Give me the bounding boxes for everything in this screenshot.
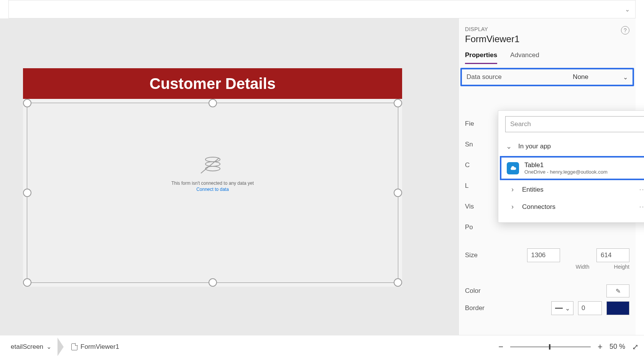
section-entities[interactable]: › Entities ··· — [498, 181, 644, 198]
property-labels-column: Fie Sn C L Vis Po — [465, 113, 498, 238]
in-your-app-label: In your app — [518, 143, 551, 150]
form-viewer-selection[interactable]: This form isn't connected to any data ye… — [27, 103, 398, 283]
fields-label-partial: Fie — [465, 113, 498, 134]
status-bar: etailScreen ⌄ FormViewer1 − + 50 % ⤢ — [0, 335, 644, 358]
zoom-in-button[interactable]: + — [598, 342, 603, 352]
zoom-slider[interactable] — [510, 347, 591, 347]
resize-handle-br[interactable] — [394, 278, 402, 287]
form-header: Customer Details — [23, 68, 402, 99]
tab-properties[interactable]: Properties — [465, 51, 497, 64]
more-icon[interactable]: ··· — [639, 186, 644, 194]
screen-preview[interactable]: Customer Details This form isn't connect… — [23, 68, 402, 287]
chevron-down-icon[interactable]: ⌄ — [625, 6, 630, 13]
datasource-row[interactable]: Data source None ⌄ — [460, 68, 634, 86]
chevron-down-icon: ⌄ — [505, 142, 512, 151]
entities-label: Entities — [522, 186, 544, 194]
chevron-down-icon: ⌄ — [623, 74, 628, 81]
panel-tabs: Properties Advanced — [459, 46, 636, 64]
l-label-partial: L — [465, 176, 498, 196]
resize-handle-bl[interactable] — [23, 278, 31, 287]
height-sublabel: Height — [614, 264, 629, 270]
resize-handle-bm[interactable] — [209, 278, 217, 287]
resize-handle-tr[interactable] — [394, 99, 402, 107]
breadcrumb-separator-icon — [57, 338, 66, 356]
datasource-popover: Search ⌄ In your app Table1 OneDrive - h… — [498, 110, 644, 223]
height-input[interactable]: 614 — [596, 248, 629, 262]
search-placeholder: Search — [510, 120, 531, 128]
empty-message: This form isn't connected to any data ye… — [171, 181, 254, 186]
formula-bar[interactable]: ⌄ — [8, 0, 636, 18]
datasource-dropdown[interactable]: None ⌄ — [573, 73, 628, 81]
width-input[interactable]: 1306 — [527, 248, 560, 262]
connect-to-data-link[interactable]: Connect to data — [196, 187, 229, 192]
canvas-area: Customer Details This form isn't connect… — [0, 18, 458, 335]
expand-icon[interactable]: ⤢ — [632, 342, 639, 351]
snap-label-partial: Sn — [465, 134, 498, 155]
breadcrumb-screen-label: etailScreen — [11, 343, 43, 351]
control-type-label: DISPLAY — [465, 26, 519, 32]
search-input[interactable]: Search — [505, 116, 644, 132]
page-icon — [71, 343, 77, 350]
more-icon[interactable]: ··· — [639, 203, 644, 211]
visible-label-partial: Vis — [465, 196, 498, 217]
tab-advanced[interactable]: Advanced — [510, 51, 539, 64]
control-name-title: FormViewer1 — [465, 34, 519, 44]
width-sublabel: Width — [576, 264, 590, 270]
c-label-partial: C — [465, 155, 498, 176]
pencil-icon: ✎ — [616, 287, 621, 295]
properties-panel: DISPLAY FormViewer1 ? Properties Advance… — [458, 18, 636, 335]
chevron-right-icon: › — [509, 203, 516, 211]
border-width-input[interactable]: 0 — [578, 301, 602, 315]
datasource-label: Data source — [467, 73, 502, 81]
color-row: Color ✎ — [465, 284, 629, 297]
line-icon — [555, 308, 563, 309]
database-disconnected-icon — [199, 153, 226, 176]
breadcrumb-screen[interactable]: etailScreen ⌄ — [5, 343, 57, 351]
border-row: Border ⌄ 0 — [465, 301, 629, 315]
datasource-value: None — [573, 73, 588, 81]
border-color-swatch[interactable] — [606, 301, 629, 315]
breadcrumb-control-label: FormViewer1 — [80, 343, 119, 351]
zoom-value: 50 % — [610, 343, 625, 351]
breadcrumb-control[interactable]: FormViewer1 — [66, 343, 125, 351]
border-style-dropdown[interactable]: ⌄ — [551, 301, 573, 315]
datasource-item-table1[interactable]: Table1 OneDrive - henry.legge@outlook.co… — [500, 156, 644, 180]
zoom-out-button[interactable]: − — [498, 342, 503, 352]
section-in-your-app[interactable]: ⌄ In your app — [498, 138, 644, 155]
size-row: Size 1306 614 — [465, 248, 629, 262]
chevron-down-icon: ⌄ — [565, 305, 570, 312]
section-connectors[interactable]: › Connectors ··· — [498, 198, 644, 215]
table1-subtitle: OneDrive - henry.legge@outlook.com — [524, 169, 608, 175]
size-label: Size — [465, 251, 496, 259]
resize-handle-tl[interactable] — [23, 99, 31, 107]
resize-handle-tm[interactable] — [209, 99, 217, 107]
table1-title: Table1 — [524, 161, 608, 169]
help-icon[interactable]: ? — [621, 26, 629, 34]
position-label-partial: Po — [465, 217, 498, 238]
color-label: Color — [465, 287, 481, 295]
connectors-label: Connectors — [522, 203, 555, 211]
chevron-down-icon[interactable]: ⌄ — [46, 343, 51, 350]
zoom-controls: − + 50 % ⤢ — [498, 342, 639, 352]
onedrive-icon — [507, 162, 519, 174]
form-empty-state: This form isn't connected to any data ye… — [27, 153, 398, 192]
border-label: Border — [465, 304, 485, 312]
chevron-right-icon: › — [509, 186, 516, 194]
zoom-slider-thumb[interactable] — [549, 344, 550, 350]
color-picker-button[interactable]: ✎ — [606, 284, 629, 297]
